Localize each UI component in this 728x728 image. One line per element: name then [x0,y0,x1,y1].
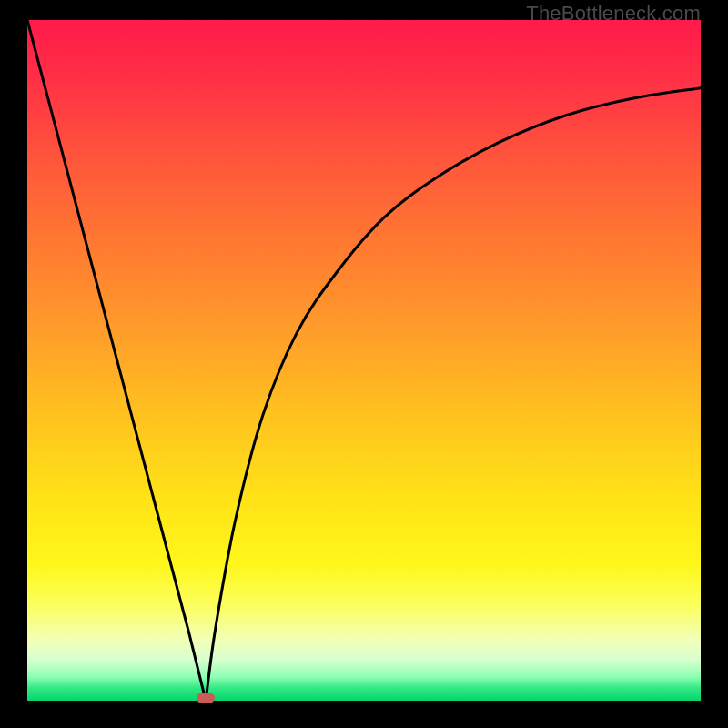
left-branch-path [27,20,206,701]
min-point-marker [197,693,215,703]
curve-svg [27,20,701,701]
right-branch-path [206,88,701,701]
chart-frame: TheBottleneck.com [0,0,728,728]
plot-area [27,20,701,701]
